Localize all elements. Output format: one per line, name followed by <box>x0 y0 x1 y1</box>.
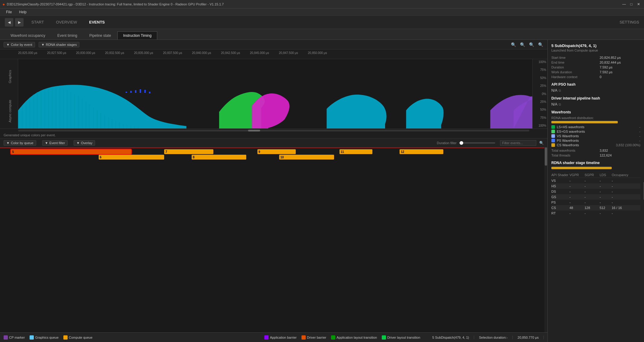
duration-slider-thumb[interactable] <box>460 141 463 145</box>
api-pso-hash-header: API PSO hash <box>551 82 640 87</box>
wf-val-es-gs: - <box>639 130 640 133</box>
zoom-in-icon[interactable]: 🔍 <box>510 41 517 48</box>
shader-cell-occ-DS: - <box>612 190 633 193</box>
event-bar-10[interactable]: 10 <box>279 155 334 160</box>
svg-rect-23 <box>82 98 83 128</box>
tab-event-timing[interactable]: Event timing <box>52 31 83 40</box>
legend-label-drvbar: Driver barrier <box>307 336 326 339</box>
right-panel: Hide details 5 SubDispatch(479, 4, 1) La… <box>547 40 644 342</box>
close-button[interactable]: ✕ <box>636 1 642 7</box>
tab-pipeline-state[interactable]: Pipeline state <box>84 31 117 40</box>
duration-slider[interactable] <box>459 142 495 144</box>
col-header-shader: API Shader <box>551 173 569 177</box>
event-bar-7[interactable]: 7 <box>164 149 213 154</box>
minimize-button[interactable]: — <box>621 1 627 7</box>
overlay-dropdown[interactable]: ▼ Overlay <box>74 140 95 146</box>
shader-cell-occ-PS: - <box>612 201 633 204</box>
detail-end-time: End time 20,832.444 μs <box>551 61 640 64</box>
nav-events[interactable]: EVENTS <box>89 20 105 24</box>
vertical-scrollbar[interactable] <box>544 147 547 332</box>
nav-forward-button[interactable]: ▶ <box>15 18 24 27</box>
event-bar-11[interactable]: 11 <box>340 149 372 154</box>
dropdown-arrow-icon-4: ▼ <box>45 141 48 145</box>
waveform-canvas <box>18 59 532 128</box>
wf-val-vs: - <box>639 134 640 138</box>
copy-driver-pipeline-icon[interactable]: ⧉ <box>559 103 561 106</box>
event-id-6: 6 <box>100 156 102 159</box>
navbar: ◀ ▶ START OVERVIEW EVENTS SETTINGS <box>0 16 644 29</box>
pct-75-bot: 75% <box>534 116 546 119</box>
event-bar-12[interactable]: 12 <box>400 149 443 154</box>
nav-overview[interactable]: OVERVIEW <box>56 20 77 24</box>
svg-rect-37 <box>134 126 135 128</box>
detail-end-time-value: 20,832.444 μs <box>600 61 621 64</box>
waveform-labels: Graphics Async compute <box>0 59 18 128</box>
color-by-event-dropdown[interactable]: ▼ Color by event <box>4 42 35 47</box>
maximize-button[interactable]: □ <box>628 1 634 7</box>
legend-label-cp: CP marker <box>9 336 25 339</box>
tab-wavefront-occupancy[interactable]: Wavefront occupancy <box>5 31 51 40</box>
svg-rect-38 <box>138 127 139 128</box>
event-bar-6[interactable]: 6 <box>99 155 164 160</box>
ruler-label-3: 20,832.500 μs <box>105 51 124 55</box>
ruler-label-2: 20,830.000 μs <box>76 51 95 55</box>
detail-work-duration: Work duration 7.592 μs <box>551 70 640 74</box>
shader-cell-shader-PS: PS <box>551 201 569 204</box>
legend-label-drvlayout: Driver layout transition <box>387 336 420 339</box>
pct-75-top: 75% <box>534 68 546 71</box>
color-by-queue-dropdown[interactable]: ▼ Color by queue <box>4 140 36 146</box>
shader-cell-occ-VS: - <box>612 179 633 182</box>
col-header-lds: LDS <box>600 173 612 177</box>
driver-pipeline-hash-row: N/A ⧉ <box>551 102 640 106</box>
scrollbar-thumb[interactable] <box>248 130 260 131</box>
event-filter-dropdown[interactable]: ▼ Event filter <box>42 140 68 146</box>
rdna-shader-stages-dropdown[interactable]: ▼ RDNA shader stages <box>39 42 80 47</box>
legend-compute-queue: Compute queue <box>63 335 92 340</box>
shader-cell-sgpr-PS: - <box>585 201 600 204</box>
svg-rect-13 <box>44 89 45 128</box>
shader-cell-shader-VS: VS <box>551 179 569 182</box>
event-bar-9[interactable]: 9 <box>257 149 296 154</box>
filter-search-icon[interactable]: 🔍 <box>539 141 544 145</box>
nav-back-button[interactable]: ◀ <box>5 18 13 27</box>
event-bar-8[interactable]: 8 <box>192 155 246 160</box>
shader-cell-lds-GS: - <box>600 195 612 199</box>
total-threads-label: Total threads <box>551 154 600 157</box>
event-id-10: 10 <box>280 156 284 159</box>
filter-events-input[interactable] <box>500 140 536 146</box>
api-pso-hash-row: N/A ⧉ <box>551 88 640 93</box>
nav-start[interactable]: START <box>31 20 44 24</box>
scrollbar-track[interactable] <box>18 130 529 131</box>
tab-instruction-timing[interactable]: Instruction Timing <box>117 31 157 40</box>
wf-val-ls-hs: - <box>639 125 640 129</box>
ruler-label-5: 20,837.500 μs <box>163 51 182 55</box>
svg-rect-10 <box>33 95 34 128</box>
menu-file[interactable]: File <box>2 9 15 15</box>
zoom-select-icon[interactable]: 🔍 <box>537 41 544 48</box>
legend-label-gfx: Graphics queue <box>35 336 59 339</box>
shader-cell-sgpr-CS: 128 <box>585 206 600 210</box>
tabbar: Wavefront occupancy Event timing Pipelin… <box>0 29 644 40</box>
shader-cell-shader-CS: CS <box>551 206 569 210</box>
wf-color-ls-hs <box>551 125 555 129</box>
panel-event-subtitle: Launched from Compute queue <box>551 49 640 52</box>
svg-rect-27 <box>97 110 97 128</box>
menu-help[interactable]: Help <box>15 9 30 15</box>
vertical-scrollbar-thumb[interactable] <box>545 147 547 166</box>
shader-cell-sgpr-VS: - <box>585 179 600 182</box>
shader-table-row-gs: GS - - - - <box>551 194 640 200</box>
shader-cell-occ-HS: - <box>612 184 633 188</box>
shader-stage-timeline-header: RDNA shader stage timeline <box>551 161 640 165</box>
legend-driver-layout: Driver layout transition <box>382 335 420 340</box>
zoom-fit-icon[interactable]: 🔍 <box>519 41 526 48</box>
copy-api-pso-icon[interactable]: ⧉ <box>559 89 561 93</box>
nav-settings[interactable]: SETTINGS <box>620 20 639 24</box>
col-header-sgpr: SGPR <box>585 173 600 177</box>
zoom-reset-icon[interactable]: 🔍 <box>528 41 535 48</box>
svg-rect-35 <box>126 125 127 128</box>
legend-color-applayout <box>331 335 335 340</box>
shader-cell-lds-DS: - <box>600 190 612 193</box>
svg-rect-21 <box>74 94 75 128</box>
event-bar-5[interactable]: 5 <box>11 149 131 154</box>
detail-duration: Duration 7.592 μs <box>551 65 640 69</box>
